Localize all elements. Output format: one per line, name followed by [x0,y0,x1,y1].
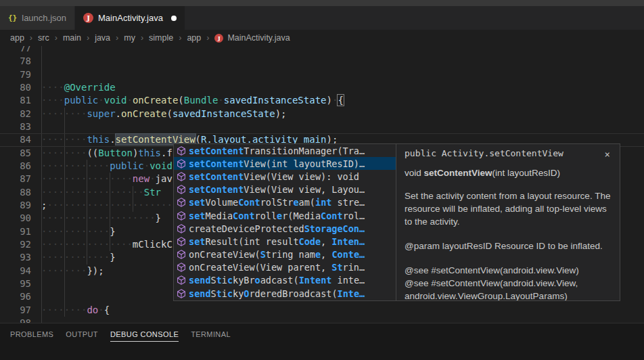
suggestion-item[interactable]: createDeviceProtectedStorageCon… [174,222,396,235]
code-line[interactable]: 98 [0,317,644,323]
line-number: 83 [0,120,31,133]
code-text: ········}); [41,265,104,277]
code-text: ················new·jav [41,173,172,185]
method-icon [176,275,187,286]
code-text: ····@Override [41,81,116,94]
panel-tab-terminal[interactable]: TERMINAL [191,330,231,342]
tab-mainactivity-java[interactable]: JMainActivity.java [75,6,185,30]
breadcrumb-item-simple-5[interactable]: simple [149,33,173,43]
suggestion-item[interactable]: setResult(int resultCode, Inten… [174,235,396,248]
doc-signature: void setContentView(int layoutResID) [405,168,612,178]
breadcrumb-item-main-2[interactable]: main [63,33,81,43]
close-icon[interactable]: × [599,148,612,159]
breadcrumb-separator: › [55,33,58,43]
line-number: 77 [0,46,31,55]
code-text: ····public·void·onCreate(Bundle·savedIns… [41,94,344,107]
suggestion-item[interactable]: sendStickyOrderedBroadcast(Inte… [174,287,396,300]
line-number: 79 [0,68,31,81]
bottom-panel: PROBLEMSOUTPUTDEBUG CONSOLETERMINAL [0,323,644,360]
modified-dot[interactable] [171,16,177,21]
method-icon [176,262,187,273]
panel-tab-debug-console[interactable]: DEBUG CONSOLE [110,330,179,342]
code-text: ····················} [41,212,161,225]
method-icon [176,184,187,195]
method-icon [176,236,187,247]
suggestion-item[interactable]: setVolumeControlStream(int stre… [174,196,396,209]
suggest-list: setContentTransitionManager(Tra… setCont… [173,143,396,301]
code-text: ················mClickC [41,238,172,251]
suggestion-item[interactable]: sendStickyBroadcast(Intent inte… [174,274,396,287]
suggestion-label: sendStickyOrderedBroadcast(Inte… [189,288,365,299]
line-number: 84 [0,133,31,146]
line-number: 96 [0,290,31,303]
tab-launch-json[interactable]: {}launch.json [0,6,75,30]
line-number: 86 [0,160,31,173]
code-text: ;························ [41,199,184,212]
suggestion-label: setVolumeControlStream(int stre… [189,197,365,208]
suggestion-item[interactable]: setContentTransitionManager(Tra… [174,144,396,157]
line-number: 92 [0,238,31,251]
panel-tabs: PROBLEMSOUTPUTDEBUG CONSOLETERMINAL [0,323,644,342]
doc-paragraph: @param layoutResID Resource ID to be inf… [405,240,612,252]
code-line[interactable]: 80····@Override [0,81,644,94]
suggestion-item[interactable]: onCreateView(View parent, Strin… [174,261,396,274]
breadcrumb-separator: › [87,33,89,43]
method-icon [176,171,187,182]
method-icon [176,223,187,234]
signature-post: (int layoutResID) [492,168,561,178]
suggestion-item[interactable]: setContentView(View view, Layou… [174,183,396,196]
suggestion-label: setMediaController(MediaControl… [189,210,365,221]
suggestion-label: setContentView(View view): void [189,171,359,182]
doc-title: public Activity.setContentView [405,148,564,158]
editor[interactable]: 77787980····@Override81····public·void·o… [0,46,644,323]
suggestion-item[interactable]: setContentView(View view): void [174,170,396,183]
suggestion-item[interactable]: setContentView(int layoutResID)… [174,157,396,170]
json-braces-icon: {} [8,14,17,22]
tab-bar: {}launch.jsonJMainActivity.java [0,6,644,30]
code-text: ··················Str [41,186,161,199]
suggestion-item[interactable]: onCreateView(String name, Conte… [174,248,396,261]
breadcrumb-separator: › [141,33,143,43]
method-icon [176,288,187,299]
suggestion-label: setResult(int resultCode, Inten… [189,236,365,247]
breadcrumb-item-app-6[interactable]: app [187,33,201,43]
line-number: 91 [0,225,31,238]
line-number: 89 [0,199,31,212]
suggestion-label: sendStickyBroadcast(Intent inte… [189,275,365,286]
breadcrumb-separator: › [206,33,209,43]
suggestion-item[interactable]: setMediaController(MediaControl… [174,209,396,222]
method-icon [176,197,187,208]
code-text: ········super.onCreate(savedInstanceStat… [41,108,286,120]
line-number: 94 [0,265,31,277]
breadcrumb-item-my-4[interactable]: my [124,33,135,43]
panel-tab-output[interactable]: OUTPUT [66,330,98,342]
code-line[interactable]: 83 [0,120,644,133]
suggestion-label: setContentTransitionManager(Tra… [189,145,365,156]
code-line[interactable]: 79 [0,68,644,81]
panel-tab-problems[interactable]: PROBLEMS [10,330,53,342]
line-number: 98 [0,317,31,323]
code-line[interactable]: 82········super.onCreate(savedInstanceSt… [0,108,644,120]
breadcrumb-item-app-0[interactable]: app [10,33,24,43]
line-number: 78 [0,55,31,68]
breadcrumb-item-file[interactable]: JMainActivity.java [214,33,290,43]
code-text: ········do·{ [41,304,110,317]
breadcrumb-item-java-3[interactable]: java [95,33,110,43]
suggest-widget: setContentTransitionManager(Tra… setCont… [173,143,620,301]
doc-paragraph: Set the activity content from a layout r… [405,189,612,228]
line-number: 95 [0,277,31,290]
method-icon [176,210,187,221]
code-line[interactable]: 78 [0,55,644,68]
breadcrumb-item-src-1[interactable]: src [38,33,49,43]
suggestion-label: setContentView(int layoutResID)… [189,158,365,169]
line-number: 81 [0,94,31,107]
suggestion-label: setContentView(View view, Layou… [189,184,365,195]
java-file-icon: J [214,34,223,43]
code-line[interactable]: 77 [0,46,644,55]
line-number: 90 [0,212,31,225]
code-line[interactable]: 81····public·void·onCreate(Bundle·savedI… [0,94,644,107]
breadcrumb: app›src›main›java›my›simple›app›JMainAct… [0,30,644,46]
code-line[interactable]: 97········do·{ [0,304,644,317]
tab-label: MainActivity.java [98,13,163,23]
doc-panel: public Activity.setContentView × void se… [396,143,620,301]
